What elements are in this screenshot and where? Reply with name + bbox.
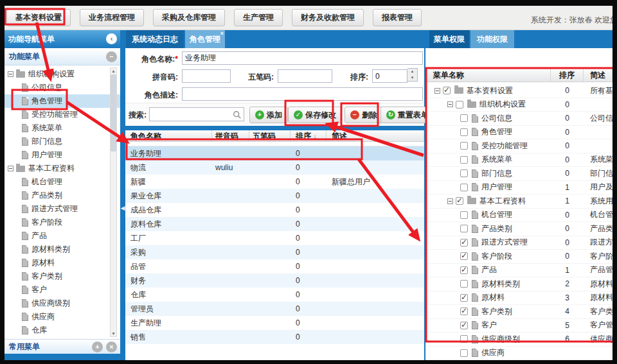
sidebar-tree-item[interactable]: 基本工程资料 bbox=[4, 162, 120, 175]
collapse-section-icon[interactable]: − bbox=[106, 51, 117, 62]
sidebar-tree-item[interactable]: 用户管理 bbox=[4, 148, 120, 162]
column-header-menu-name[interactable]: 菜单名称 bbox=[425, 69, 551, 82]
close-common-icon[interactable]: × bbox=[106, 342, 117, 352]
table-row[interactable]: 新疆 0 新疆总用户 bbox=[125, 175, 424, 189]
sort-input[interactable] bbox=[372, 69, 407, 83]
perm-tree-row[interactable]: 供应商 bbox=[425, 347, 613, 361]
sidebar-scrollbar[interactable]: ▲ ▼ bbox=[110, 67, 117, 337]
checkbox[interactable] bbox=[443, 87, 451, 94]
table-row[interactable]: 销售 0 bbox=[125, 330, 424, 344]
checkbox[interactable] bbox=[460, 335, 468, 343]
checkbox[interactable] bbox=[460, 156, 468, 164]
sidebar-tree-item[interactable]: 原材料 bbox=[4, 256, 120, 270]
checkbox[interactable] bbox=[460, 128, 468, 136]
pinyin-input[interactable] bbox=[182, 69, 231, 83]
tab-system-log[interactable]: 系统动态日志 bbox=[126, 30, 184, 48]
sidebar-tree-item[interactable]: 组织机构设置 bbox=[4, 67, 120, 81]
scrollbar-thumb[interactable] bbox=[111, 74, 116, 152]
perm-tree-row[interactable]: 组织机构设置 0 bbox=[425, 98, 613, 112]
perm-tree-row[interactable]: 供应商级别 6 供应商 bbox=[425, 333, 613, 347]
sidebar-tree-item[interactable]: 系统菜单 bbox=[4, 121, 120, 135]
top-menu-item[interactable]: 采购及仓库管理 bbox=[153, 9, 225, 26]
table-row[interactable]: 工厂 0 bbox=[125, 231, 424, 245]
sidebar-tree-item[interactable]: 供应商 bbox=[4, 310, 120, 324]
tab-role-management[interactable]: 角色管理 × bbox=[185, 30, 225, 48]
perm-tree-row[interactable]: 角色管理 0 bbox=[425, 126, 613, 140]
top-menu-item[interactable]: 生产管理 bbox=[234, 9, 283, 26]
perm-tree-row[interactable]: 产品 1 产品管 bbox=[425, 264, 613, 278]
sidebar-tree-item[interactable]: 跟进方式管理 bbox=[4, 202, 120, 216]
perm-tree-row[interactable]: 产品类别 0 产品类 bbox=[425, 222, 613, 236]
perm-tree-row[interactable]: 受控功能管理 0 bbox=[425, 139, 613, 153]
perm-tree-row[interactable]: 基本资料设置 0 所有基 bbox=[425, 84, 613, 98]
perm-tree-row[interactable]: 客户阶段 0 客户阶 bbox=[425, 250, 613, 264]
checkbox[interactable] bbox=[460, 322, 468, 329]
collapse-toggle-icon[interactable] bbox=[447, 198, 453, 204]
checkbox[interactable] bbox=[460, 184, 468, 191]
sidebar-tree-item[interactable]: 客户阶段 bbox=[4, 216, 120, 229]
perm-tree-row[interactable]: 系统菜单 0 系统菜 bbox=[425, 153, 613, 168]
perm-tree-row[interactable]: 客户 5 客户管 bbox=[425, 319, 613, 333]
table-row[interactable]: 业务助理 0 bbox=[125, 146, 424, 160]
tab-function-permission[interactable]: 功能权限 bbox=[470, 30, 514, 48]
table-row[interactable]: 采购 0 bbox=[125, 245, 424, 259]
checkbox[interactable] bbox=[460, 294, 468, 302]
tab-menu-permission[interactable]: 菜单权限 bbox=[429, 30, 469, 48]
role-desc-input[interactable] bbox=[182, 87, 423, 101]
collapse-toggle-icon[interactable] bbox=[434, 88, 440, 94]
delete-button[interactable]: − 删除 bbox=[344, 107, 383, 123]
table-row[interactable]: 生产助理 0 bbox=[125, 316, 424, 330]
collapse-toggle-icon[interactable] bbox=[8, 71, 13, 77]
collapse-toggle-icon[interactable] bbox=[8, 166, 13, 171]
top-menu-item[interactable]: 基本资料设置 bbox=[6, 9, 71, 26]
top-menu-item[interactable]: 报表管理 bbox=[373, 9, 422, 26]
spinner-up-icon[interactable]: ▲ bbox=[407, 69, 417, 75]
sidebar-tree-item[interactable]: 供应商级别 bbox=[4, 297, 120, 310]
role-name-input[interactable] bbox=[182, 51, 423, 65]
add-common-icon[interactable]: + bbox=[92, 342, 103, 352]
collapse-toggle-icon[interactable] bbox=[447, 101, 453, 107]
perm-tree-row[interactable]: 机台管理 0 机台管 bbox=[425, 209, 613, 223]
top-menu-item[interactable]: 业务流程管理 bbox=[80, 9, 144, 26]
column-header-sort[interactable]: 排序 bbox=[551, 69, 584, 82]
collapse-sidebar-icon[interactable]: ‹ bbox=[106, 33, 117, 44]
column-header-desc[interactable]: 简述 bbox=[326, 130, 424, 141]
checkbox[interactable] bbox=[460, 266, 468, 274]
sidebar-tree-item[interactable]: 受控功能管理 bbox=[4, 108, 120, 121]
sidebar-tree-item[interactable]: 机台管理 bbox=[4, 175, 120, 189]
checkbox[interactable] bbox=[460, 114, 468, 122]
column-header-sort[interactable]: 排序 ↓ bbox=[291, 130, 326, 141]
table-row[interactable]: 财务 0 bbox=[125, 273, 424, 288]
sidebar-tree-item[interactable]: 客户 bbox=[4, 283, 120, 297]
column-header-pinyin[interactable]: 拼音码 bbox=[212, 130, 249, 141]
add-button[interactable]: + 添加 bbox=[249, 107, 288, 123]
table-row[interactable]: 物流 wuliu 0 bbox=[125, 160, 424, 175]
table-row[interactable]: 果业仓库 0 bbox=[125, 189, 424, 203]
sidebar-tree-item[interactable]: 部门信息 bbox=[4, 135, 120, 148]
table-row[interactable]: 仓库 0 bbox=[125, 288, 424, 302]
sidebar-tree-item[interactable]: 公司信息 bbox=[4, 81, 120, 94]
checkbox[interactable] bbox=[460, 252, 468, 260]
wubi-input[interactable] bbox=[278, 69, 332, 83]
top-menu-item[interactable]: 财务及收款管理 bbox=[292, 9, 364, 26]
checkbox[interactable] bbox=[460, 280, 468, 288]
perm-tree-row[interactable]: 用户管理 1 用户及 bbox=[425, 181, 613, 195]
checkbox[interactable] bbox=[456, 197, 463, 205]
checkbox[interactable] bbox=[460, 225, 468, 232]
column-header-desc[interactable]: 简述 bbox=[584, 69, 613, 82]
table-row[interactable]: 品管 0 bbox=[125, 259, 424, 273]
perm-tree-row[interactable]: 原材料 3 原材料 bbox=[425, 291, 613, 306]
checkbox[interactable] bbox=[460, 211, 468, 219]
table-row[interactable]: 成品仓库 0 bbox=[125, 203, 424, 217]
close-tab-icon[interactable]: × bbox=[220, 31, 224, 37]
perm-tree-row[interactable]: 部门信息 0 部门信 bbox=[425, 167, 613, 181]
table-row[interactable]: 原料仓库 0 bbox=[125, 217, 424, 231]
checkbox[interactable] bbox=[460, 239, 468, 247]
search-input[interactable] bbox=[150, 108, 229, 121]
perm-tree-row[interactable]: 客户类别 4 客户类 bbox=[425, 305, 613, 319]
perm-tree-row[interactable]: 跟进方式管理 0 跟进方 bbox=[425, 236, 613, 250]
perm-tree-row[interactable]: 原材料类别 2 原材料 bbox=[425, 277, 613, 291]
checkbox[interactable] bbox=[460, 308, 468, 315]
sidebar-tree-item[interactable]: 产品 bbox=[4, 229, 120, 243]
perm-tree-row[interactable]: 基本工程资料 1 系统用 bbox=[425, 195, 613, 209]
